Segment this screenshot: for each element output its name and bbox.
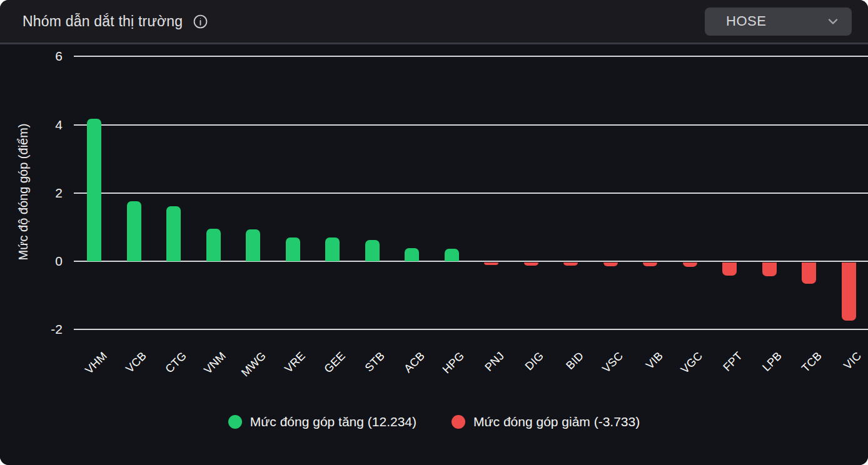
bar-VGC[interactable] xyxy=(683,262,697,267)
gridline-y-4 xyxy=(74,124,868,126)
bar-VNM[interactable] xyxy=(206,229,221,261)
legend-dot-icon xyxy=(452,415,465,429)
y-tick-label-4: 4 xyxy=(0,118,63,132)
chevron-down-icon xyxy=(825,14,840,29)
x-tick-label-DIG: DIG xyxy=(523,349,547,373)
bar-VSC[interactable] xyxy=(603,262,618,266)
bar-FPT[interactable] xyxy=(722,262,737,276)
y-tick-label--2: -2 xyxy=(0,322,63,337)
bar-PNJ[interactable] xyxy=(484,262,498,265)
x-tick-label-GEE: GEE xyxy=(321,349,348,376)
x-tick-label-VIC: VIC xyxy=(841,349,864,372)
x-tick-label-VNM: VNM xyxy=(201,349,229,377)
gridline-y-2 xyxy=(74,192,868,194)
legend-dot-icon xyxy=(228,415,242,429)
legend-label: Mức đóng góp tăng (12.234) xyxy=(250,414,416,429)
legend-item-increase[interactable]: Mức đóng góp tăng (12.234) xyxy=(228,414,416,429)
bar-VIB[interactable] xyxy=(643,262,657,266)
exchange-select[interactable]: HOSE xyxy=(705,8,852,36)
panel-header: Nhóm dẫn dắt thị trường HOSE xyxy=(0,0,868,44)
bar-STB[interactable] xyxy=(365,240,380,261)
bar-CTG[interactable] xyxy=(166,206,181,261)
info-circle-icon[interactable] xyxy=(193,14,208,29)
x-tick-label-HPG: HPG xyxy=(440,349,467,376)
bar-DIG[interactable] xyxy=(524,262,538,266)
x-tick-label-ACB: ACB xyxy=(401,349,428,376)
bar-MWG[interactable] xyxy=(246,229,260,261)
bar-LPB[interactable] xyxy=(762,262,777,276)
x-tick-label-CTG: CTG xyxy=(163,349,189,376)
gridline-y-0 xyxy=(74,261,868,262)
y-tick-label-6: 6 xyxy=(0,49,63,64)
bar-VIC[interactable] xyxy=(842,262,856,321)
x-tick-label-VIB: VIB xyxy=(643,349,666,372)
y-tick-label-2: 2 xyxy=(0,186,63,201)
x-tick-label-VGC: VGC xyxy=(679,349,705,376)
x-tick-label-PNJ: PNJ xyxy=(482,349,507,374)
bar-GEE[interactable] xyxy=(325,238,340,261)
gridline-y-6 xyxy=(74,56,868,57)
market-leaders-panel: Nhóm dẫn dắt thị trường HOSE Mức độ đóng… xyxy=(0,0,868,465)
bar-BID[interactable] xyxy=(563,262,578,266)
bar-ACB[interactable] xyxy=(405,248,419,261)
x-tick-label-MWG: MWG xyxy=(239,349,269,379)
x-tick-label-TCB: TCB xyxy=(799,349,825,375)
x-tick-label-VHM: VHM xyxy=(83,349,110,377)
x-tick-label-BID: BID xyxy=(563,349,587,372)
x-tick-label-VRE: VRE xyxy=(282,349,308,376)
chart-legend: Mức đóng góp tăng (12.234)Mức đóng góp g… xyxy=(0,414,868,429)
gridline-y--2 xyxy=(74,329,868,330)
bar-HPG[interactable] xyxy=(445,249,459,261)
x-tick-label-STB: STB xyxy=(363,349,388,374)
bar-TCB[interactable] xyxy=(802,262,816,284)
panel-title: Nhóm dẫn dắt thị trường xyxy=(23,13,183,30)
x-tick-label-VSC: VSC xyxy=(600,349,626,376)
legend-item-decrease[interactable]: Mức đóng góp giảm (-3.733) xyxy=(452,414,640,429)
y-tick-label-0: 0 xyxy=(0,254,63,269)
x-tick-label-VCB: VCB xyxy=(123,349,149,376)
x-tick-label-LPB: LPB xyxy=(760,349,785,374)
contribution-bar-chart: Mức độ đóng góp (điểm) Mức đóng góp tăng… xyxy=(0,44,868,465)
exchange-select-value: HOSE xyxy=(726,13,766,29)
bar-VCB[interactable] xyxy=(127,201,141,261)
bar-VRE[interactable] xyxy=(286,238,300,261)
bar-VHM[interactable] xyxy=(87,119,101,261)
legend-label: Mức đóng góp giảm (-3.733) xyxy=(473,414,640,429)
x-tick-label-FPT: FPT xyxy=(720,349,745,374)
